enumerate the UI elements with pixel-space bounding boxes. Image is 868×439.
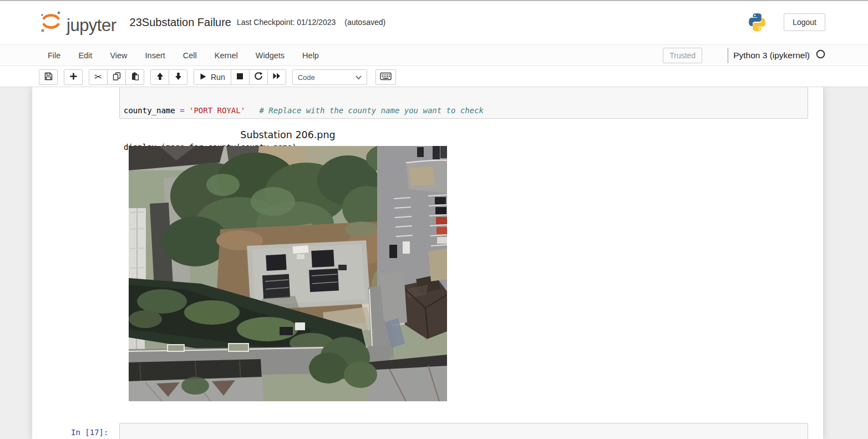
move-up-icon <box>156 72 164 83</box>
interrupt-kernel-button[interactable] <box>231 69 250 85</box>
header-top: jupyter 23Substation Failure Last Checkp… <box>0 0 868 44</box>
restart-kernel-button[interactable] <box>249 69 268 85</box>
menu-item-insert[interactable]: Insert <box>136 51 174 60</box>
chevron-down-icon <box>356 73 362 82</box>
save-icon <box>44 72 53 83</box>
copy-button[interactable] <box>107 69 126 85</box>
aerial-substation-image <box>129 146 447 401</box>
trusted-button[interactable]: Trusted <box>663 48 702 63</box>
toolbar: ✂ Run <box>0 66 868 87</box>
cell-type-value: Code <box>298 73 315 82</box>
kernel-name: Python 3 (ipykernel) <box>733 51 810 60</box>
checkpoint-status: Last Checkpoint: 01/12/2023 <box>237 18 336 27</box>
menu-item-widgets[interactable]: Widgets <box>247 51 293 60</box>
menu-item-file[interactable]: File <box>39 51 69 60</box>
menu-item-cell[interactable]: Cell <box>174 51 206 60</box>
paste-icon <box>130 72 140 83</box>
notebook-title[interactable]: 23Substation Failure <box>130 16 231 29</box>
add-cell-button[interactable] <box>64 69 83 85</box>
autosave-status: (autosaved) <box>344 18 385 27</box>
code-cell-input-bottom[interactable]: # Load the DataFrame with image labels (… <box>119 423 808 439</box>
window-top-edge <box>0 0 868 1</box>
menu-item-edit[interactable]: Edit <box>69 51 101 60</box>
cut-button[interactable]: ✂ <box>89 69 108 85</box>
output-figure-title: Substation 206.png <box>129 129 447 140</box>
kernel-status-icon <box>816 49 825 61</box>
move-cell-down-button[interactable] <box>169 69 187 85</box>
kernel-divider <box>728 48 728 63</box>
cell-input-prompt: In [17]: <box>71 426 115 438</box>
run-button[interactable]: Run <box>194 69 231 85</box>
run-icon <box>200 73 207 82</box>
notebook-container: county_name = 'PORT ROYAL' # Replace wit… <box>32 87 823 439</box>
code-line-1: county_name = 'PORT ROYAL' # Replace wit… <box>124 104 804 117</box>
paste-button[interactable] <box>125 69 144 85</box>
keyboard-icon <box>380 72 392 83</box>
run-label: Run <box>211 73 225 82</box>
logout-button[interactable]: Logout <box>784 13 825 31</box>
menubar: File Edit View Insert Cell Kernel Widget… <box>0 44 868 66</box>
restart-icon <box>254 72 263 83</box>
menu-item-view[interactable]: View <box>101 51 136 60</box>
menu-item-help[interactable]: Help <box>293 51 328 60</box>
add-cell-icon <box>69 72 78 83</box>
menu-item-kernel[interactable]: Kernel <box>206 51 247 60</box>
menubar-right: Trusted Python 3 (ipykernel) <box>663 48 868 63</box>
jupyter-logo-text: jupyter <box>67 17 116 36</box>
save-button[interactable] <box>39 69 58 85</box>
command-palette-button[interactable] <box>375 69 396 85</box>
stop-icon <box>236 72 243 82</box>
restart-run-all-icon <box>272 72 281 82</box>
python-logo-icon <box>747 12 767 32</box>
jupyter-logo[interactable]: jupyter <box>39 8 116 36</box>
move-cell-up-button[interactable] <box>150 69 169 85</box>
move-down-icon <box>174 72 182 83</box>
cell-type-dropdown[interactable]: Code <box>292 69 367 85</box>
restart-run-all-button[interactable] <box>267 69 286 85</box>
copy-icon <box>112 72 121 83</box>
cut-icon: ✂ <box>94 73 101 82</box>
jupyter-logo-icon <box>39 8 63 36</box>
notebook-header: jupyter 23Substation Failure Last Checkp… <box>0 0 868 87</box>
